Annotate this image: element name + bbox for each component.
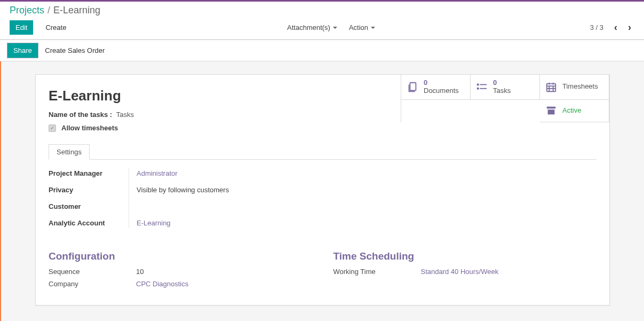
- pager-prev[interactable]: ‹: [611, 22, 621, 33]
- settings-grid: Project Manager Administrator Privacy Vi…: [49, 167, 305, 229]
- stat-active-label: Active: [562, 107, 581, 115]
- analytic-account-label: Analytic Account: [49, 217, 129, 229]
- stat-buttons: 0 Documents 0 Tasks Timesheets: [401, 75, 609, 122]
- pager-next[interactable]: ›: [625, 22, 634, 33]
- tasks-name-label: Name of the tasks :: [49, 111, 112, 119]
- caret-down-icon: [333, 27, 337, 29]
- svg-rect-2: [480, 84, 487, 85]
- attachments-dropdown[interactable]: Attachment(s): [287, 24, 337, 32]
- archive-icon: [545, 105, 557, 116]
- tab-settings[interactable]: Settings: [49, 144, 90, 160]
- sequence-label: Sequence: [49, 268, 129, 276]
- sequence-value: 10: [136, 268, 312, 276]
- working-time-value[interactable]: Standard 40 Hours/Week: [421, 268, 597, 276]
- stat-active[interactable]: Active: [540, 100, 609, 122]
- svg-rect-3: [477, 88, 479, 90]
- stat-documents-count: 0: [424, 79, 459, 87]
- svg-rect-6: [547, 107, 556, 109]
- company-value[interactable]: CPC Diagnostics: [136, 280, 312, 288]
- edit-button[interactable]: Edit: [10, 20, 33, 35]
- svg-rect-5: [547, 84, 556, 92]
- allow-timesheets-row: ✓ Allow timesheets: [49, 124, 597, 132]
- stat-tasks-label: Tasks: [493, 87, 511, 95]
- customer-label: Customer: [49, 200, 129, 213]
- form-sheet: 0 Documents 0 Tasks Timesheets: [35, 74, 610, 306]
- privacy-label: Privacy: [49, 184, 129, 196]
- stat-tasks[interactable]: 0 Tasks: [471, 75, 540, 100]
- control-center: Attachment(s) Action: [287, 24, 375, 32]
- create-sales-order-button[interactable]: Create Sales Order: [39, 44, 110, 57]
- create-button[interactable]: Create: [39, 20, 72, 35]
- checkbox-icon[interactable]: ✓: [49, 124, 56, 132]
- stat-tasks-count: 0: [493, 79, 511, 87]
- svg-rect-1: [477, 84, 479, 86]
- control-right: 3 / 3 ‹ ›: [590, 22, 634, 33]
- project-manager-value[interactable]: Administrator: [136, 167, 305, 179]
- svg-rect-0: [410, 83, 416, 91]
- project-manager-label: Project Manager: [49, 167, 129, 179]
- breadcrumb-bar: Projects / E-Learning: [0, 2, 644, 18]
- action-dropdown[interactable]: Action: [349, 24, 375, 32]
- control-bar: Edit Create Attachment(s) Action 3 / 3 ‹…: [0, 18, 644, 40]
- action-label: Action: [349, 24, 368, 32]
- share-button[interactable]: Share: [7, 43, 38, 58]
- attachments-label: Attachment(s): [287, 24, 330, 32]
- time-scheduling-section: Time Scheduling Working Time Standard 40…: [333, 229, 597, 288]
- status-bar: Share Create Sales Order: [0, 40, 644, 61]
- page-wrap: 0 Documents 0 Tasks Timesheets: [0, 61, 644, 321]
- documents-icon: [407, 81, 418, 93]
- svg-rect-4: [480, 88, 487, 89]
- breadcrumb-root[interactable]: Projects: [10, 5, 44, 16]
- stat-documents-label: Documents: [424, 87, 459, 95]
- bottom-sections: Configuration Sequence 10 Company CPC Di…: [49, 229, 597, 288]
- svg-rect-7: [548, 110, 555, 115]
- stat-timesheets[interactable]: Timesheets: [540, 75, 609, 100]
- caret-down-icon: [371, 27, 375, 29]
- configuration-section: Configuration Sequence 10 Company CPC Di…: [49, 229, 312, 288]
- allow-timesheets-label: Allow timesheets: [61, 124, 118, 132]
- time-scheduling-heading: Time Scheduling: [333, 250, 597, 262]
- breadcrumb-current: E-Learning: [53, 5, 100, 16]
- analytic-account-value[interactable]: E-Learning: [136, 217, 305, 229]
- tasks-name-value: Tasks: [116, 111, 134, 119]
- stat-timesheets-label: Timesheets: [562, 83, 598, 91]
- stat-documents[interactable]: 0 Documents: [401, 75, 471, 100]
- customer-value: [136, 200, 305, 213]
- working-time-label: Working Time: [333, 268, 414, 276]
- company-label: Company: [49, 280, 129, 288]
- tasks-icon: [476, 82, 488, 92]
- pager-text: 3 / 3: [590, 24, 603, 32]
- tabs: Settings: [49, 144, 597, 160]
- breadcrumb-sep: /: [47, 5, 50, 16]
- breadcrumb: Projects / E-Learning: [10, 5, 634, 18]
- privacy-value: Visible by following customers: [136, 184, 305, 196]
- calendar-icon: [545, 81, 557, 93]
- configuration-heading: Configuration: [49, 250, 312, 262]
